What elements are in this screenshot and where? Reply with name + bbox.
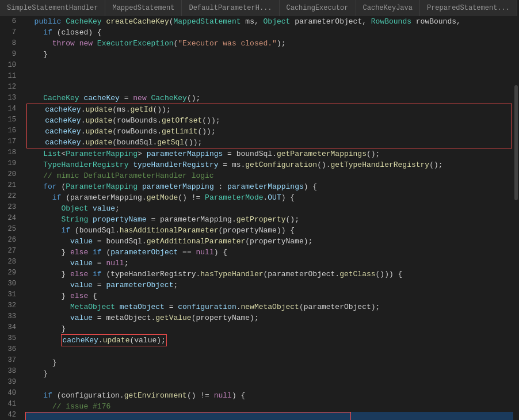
ln-9: 14 (5, 104, 16, 114)
ln-20: 25 (5, 224, 16, 235)
ln-36: 41 (5, 399, 16, 410)
code-line-11: cacheKey.update(ms.getId()); (27, 104, 512, 115)
code-line-18: for (ParameterMapping parameterMapping :… (25, 181, 513, 192)
scrollbar-thumb (514, 85, 518, 200)
tab-simplestatement[interactable]: SimpleStatementHandler (0, 0, 105, 16)
code-area: 6 7 8 9 10 11 12 13 14 15 16 17 18 19 20… (0, 16, 519, 420)
ln-12: 17 (5, 136, 16, 147)
ln-28: 33 (5, 311, 16, 322)
code-line-29: MetaObject metaObject = configuration.ne… (25, 301, 513, 312)
ln-7: 12 (5, 82, 16, 93)
code-line-30: value = metaObject.getValue(propertyName… (25, 312, 513, 323)
code-line-13: cacheKey.update(rowBounds.getLimit()); (27, 126, 512, 137)
scrollbar[interactable] (513, 16, 519, 420)
code-line-15: List<ParameterMapping> parameterMappings… (25, 148, 513, 159)
ln-4: 9 (5, 49, 16, 60)
tab-bar: SimpleStatementHandler MappedStatement D… (0, 0, 519, 16)
code-line-24: } else if (parameterObject == null) { (25, 247, 513, 258)
code-line-12: cacheKey.update(rowBounds.getOffset()); (27, 115, 512, 126)
ln-26: 31 (5, 289, 16, 300)
editor-container: SimpleStatementHandler MappedStatement D… (0, 0, 519, 420)
tab-cachingexecutor[interactable]: CachingExecutor (280, 0, 356, 16)
code-line-7: if (closed) { (25, 27, 513, 38)
code-line-26: } else if (typeHandlerRegistry.hasTypeHa… (25, 269, 513, 280)
line-numbers: 6 7 8 9 10 11 12 13 14 15 16 17 18 19 20… (0, 16, 21, 420)
code-line-33 (25, 346, 513, 357)
ln-32: 37 (5, 355, 16, 366)
code-line-39: cacheKey.update(configuration.getEnviron… (25, 412, 513, 420)
code-line-31: } (25, 323, 513, 334)
code-line-34: } (25, 357, 513, 368)
code-line-38: // issue #176 (25, 401, 513, 412)
ln-21: 26 (5, 235, 16, 246)
ln-35: 40 (5, 388, 16, 399)
ln-24: 29 (5, 268, 16, 278)
ln-27: 32 (5, 300, 16, 311)
code-line-8: throw new ExecutorException("Executor wa… (25, 38, 513, 49)
ln-33: 38 (5, 366, 16, 377)
ln-30: 35 (5, 333, 16, 344)
code-line-14: cacheKey.update(boundSql.getSql()); (27, 137, 512, 148)
ln-34: 39 (5, 377, 16, 388)
code-line-36 (25, 379, 513, 390)
ln-15: 20 (5, 169, 16, 180)
code-line-22: if (boundSql.hasAdditionalParameter(prop… (25, 225, 513, 236)
ln-23: 28 (5, 257, 16, 268)
ln-17: 22 (5, 191, 16, 202)
code-line-25: value = null; (25, 258, 513, 269)
code-line-32: cacheKey.update(value); (25, 334, 513, 346)
ln-13: 18 (5, 147, 16, 158)
code-line-10 (25, 60, 513, 93)
ln-16: 21 (5, 180, 16, 191)
code-line-35: } (25, 368, 513, 379)
code-line-9: } (25, 49, 513, 60)
code-line-6: public CacheKey createCacheKey(MappedSta… (25, 16, 513, 27)
ln-19: 24 (5, 213, 16, 224)
code-line-21: String propertyName = parameterMapping.g… (25, 214, 513, 225)
code-line-28: } else { (25, 291, 513, 301)
ln-2: 7 (5, 27, 16, 38)
ln-1: 6 (5, 16, 16, 27)
tab-preparedstatement[interactable]: PreparedStatement... (420, 0, 517, 16)
ln-25: 30 (5, 278, 16, 289)
tab-mappedstatement[interactable]: MappedStatement (105, 0, 182, 16)
ln-29: 34 (5, 322, 16, 333)
ln-6: 11 (5, 71, 16, 82)
code-line-16: TypeHandlerRegistry typeHandlerRegistry … (25, 159, 513, 170)
ln-8: 13 (5, 93, 16, 104)
code-content[interactable]: public CacheKey createCacheKey(MappedSta… (21, 16, 513, 420)
tab-defaultparameter[interactable]: DefaultParameterH... (182, 0, 279, 16)
code-line-17: // mimic DefaultParameterHandler logic (25, 170, 513, 181)
ln-22: 27 (5, 246, 16, 257)
ln-10: 15 (5, 114, 16, 125)
ln-3: 8 (5, 38, 16, 49)
code-line-27: value = parameterObject; (25, 280, 513, 291)
ln-11: 16 (5, 125, 16, 136)
code-line-20: Object value; (25, 203, 513, 214)
ln-31: 36 (5, 344, 16, 355)
code-line-19: if (parameterMapping.getMode() != Parame… (25, 192, 513, 203)
code-line-37: if (configuration.getEnvironment() != nu… (25, 390, 513, 401)
tab-cachekey[interactable]: CacheKeyJava (356, 0, 420, 16)
ln-37: 42 (5, 410, 16, 420)
ln-18: 23 (5, 202, 16, 213)
code-line-10b: CacheKey cacheKey = new CacheKey(); (25, 93, 513, 104)
code-line-23: value = boundSql.getAdditionalParameter(… (25, 236, 513, 247)
ln-5: 10 (5, 60, 16, 71)
ln-14: 19 (5, 158, 16, 169)
